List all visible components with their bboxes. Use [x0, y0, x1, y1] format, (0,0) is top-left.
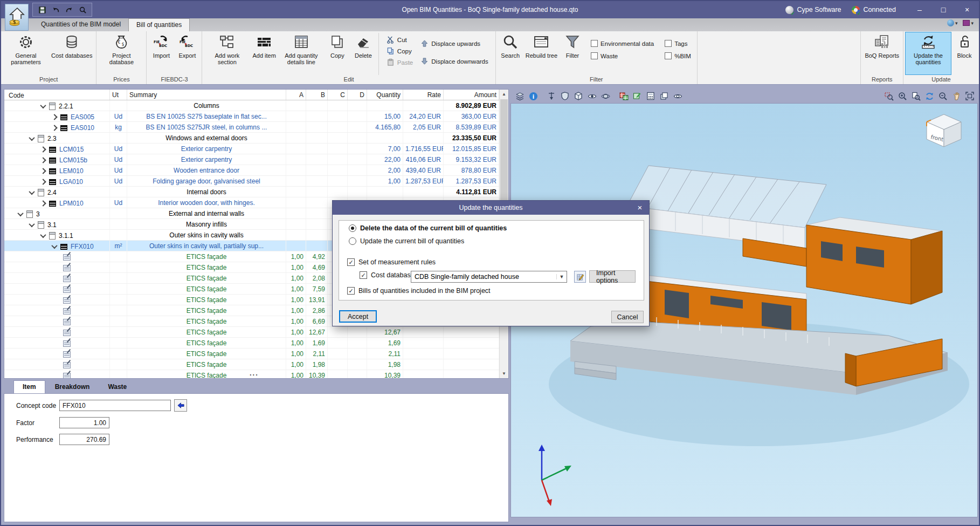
- edit-cost-database-button[interactable]: [574, 271, 586, 283]
- scroll-up-icon[interactable]: ▲: [500, 90, 508, 99]
- expand-icon[interactable]: [51, 125, 57, 131]
- plumb-icon[interactable]: [546, 90, 557, 102]
- displace-upwards-button[interactable]: Displace upwards: [420, 39, 488, 48]
- scroll-down-icon[interactable]: ▼: [500, 369, 508, 378]
- column-header-d[interactable]: D: [348, 90, 367, 100]
- save-icon[interactable]: [36, 4, 48, 16]
- table-row[interactable]: 2.3Windows and external doors23.335,50 E…: [4, 133, 508, 144]
- column-header-a[interactable]: A: [286, 90, 306, 100]
- undo-icon[interactable]: [50, 4, 61, 16]
- table-row[interactable]: ETICS façade1,001,691,69: [4, 338, 508, 349]
- copy-small-button[interactable]: Copy: [387, 46, 413, 56]
- fit-icon[interactable]: [964, 90, 976, 102]
- copy-button[interactable]: Copy: [325, 32, 350, 75]
- table-row[interactable]: 2.4Internal doors4.112,81 EUR: [4, 187, 508, 197]
- chevron-down-icon[interactable]: ▼: [556, 274, 567, 279]
- cost-databases-button[interactable]: Cost databases: [49, 32, 94, 75]
- table-row[interactable]: LEM010UdWooden entrance door2,00439,40 E…: [4, 165, 508, 176]
- table-row[interactable]: LCM015bUdExterior carpentry22,00416,06 E…: [4, 154, 508, 165]
- info-icon[interactable]: i: [527, 90, 539, 102]
- close-button[interactable]: ×: [955, 1, 979, 18]
- edit-green-icon[interactable]: [631, 90, 643, 102]
- column-header-rate[interactable]: Rate: [403, 90, 444, 100]
- layers-icon[interactable]: [514, 90, 526, 102]
- expand-icon[interactable]: [40, 179, 46, 185]
- tab-waste[interactable]: Waste: [99, 381, 135, 393]
- general-parameters-button[interactable]: General parameters: [3, 32, 49, 75]
- set-of-measurement-rules-checkbox[interactable]: ✓ Set of measurement rules: [347, 258, 436, 266]
- expand-icon[interactable]: [51, 114, 57, 120]
- table-row[interactable]: 2.2.1Columns8.902,89 EUR: [4, 100, 508, 111]
- column-header-summary[interactable]: Summary: [127, 90, 286, 100]
- waste-checkbox[interactable]: Waste: [591, 50, 654, 62]
- expand-icon[interactable]: [40, 200, 46, 206]
- cancel-button[interactable]: Cancel: [611, 311, 644, 323]
- concept-code-input[interactable]: FFX010: [59, 400, 171, 411]
- dialog-close-icon[interactable]: ×: [633, 202, 647, 213]
- filter-button[interactable]: Filter: [560, 32, 585, 75]
- column-header-amount[interactable]: Amount: [444, 90, 499, 100]
- search-icon[interactable]: [77, 4, 88, 16]
- redo-icon[interactable]: [63, 4, 75, 16]
- collapse-icon[interactable]: [29, 221, 34, 227]
- zoom-window-icon[interactable]: [883, 90, 895, 102]
- collapse-icon[interactable]: [51, 243, 57, 249]
- app-logo[interactable]: $: [5, 4, 29, 31]
- bills-included-bim-checkbox[interactable]: ✓ Bills of quantities included in the BI…: [347, 287, 491, 295]
- help-book-icon[interactable]: ▾: [963, 20, 974, 26]
- displace-downwards-button[interactable]: Displace downwards: [420, 57, 488, 66]
- collapse-icon[interactable]: [40, 232, 46, 238]
- collapse-icon[interactable]: [29, 189, 34, 195]
- pbim-checkbox[interactable]: %BIM: [665, 50, 691, 62]
- calc-icon[interactable]: [645, 90, 657, 102]
- radio-delete-data[interactable]: Delete the data of the current bill of q…: [349, 224, 507, 232]
- collapse-icon[interactable]: [17, 210, 23, 216]
- table-row[interactable]: EAS010kgBS EN 10025 S275JR steel, in col…: [4, 122, 508, 133]
- tables-icon[interactable]: [618, 90, 630, 102]
- tab-item[interactable]: Item: [13, 380, 45, 393]
- view-cube[interactable]: front: [923, 110, 964, 149]
- visibility-icon[interactable]: [672, 90, 684, 102]
- expand-icon[interactable]: [40, 146, 46, 152]
- zoom-in-icon[interactable]: [896, 90, 908, 102]
- column-header-quantity[interactable]: Quantity: [367, 90, 403, 100]
- radio-update-current[interactable]: Update the current bill of quantities: [349, 237, 464, 245]
- checkbox-checked-icon[interactable]: ✓: [360, 271, 367, 279]
- tab-breakdown[interactable]: Breakdown: [46, 381, 99, 393]
- search-button[interactable]: Search: [498, 32, 523, 75]
- minimize-button[interactable]: –: [908, 1, 931, 18]
- column-header-c[interactable]: C: [328, 90, 348, 100]
- collapse-icon[interactable]: [40, 103, 46, 108]
- tab-quantities-bim-model[interactable]: Quantities of the BIM model: [33, 18, 128, 31]
- add-work-section-button[interactable]: Add work section: [204, 32, 250, 75]
- language-globe-icon[interactable]: ▾: [947, 19, 958, 26]
- performance-input[interactable]: 270.69: [59, 434, 109, 445]
- column-header-ut[interactable]: Ut: [110, 90, 127, 100]
- dialog-title-bar[interactable]: Update the quantities ×: [333, 201, 649, 215]
- tab-bill-of-quantities[interactable]: Bill of quantities: [128, 18, 190, 31]
- add-quantity-details-line-button[interactable]: Add quantity details line: [278, 32, 325, 75]
- maximize-button[interactable]: □: [931, 1, 955, 18]
- project-database-button[interactable]: Project database: [98, 32, 144, 75]
- orbit-icon[interactable]: [599, 90, 611, 102]
- layers2-icon[interactable]: [658, 90, 670, 102]
- rebuild-tree-button[interactable]: Rebuild tree: [523, 32, 560, 75]
- table-row[interactable]: ETICS façade1,002,112,11: [4, 349, 508, 359]
- paste-button[interactable]: Paste: [387, 58, 413, 67]
- column-header-b[interactable]: B: [306, 90, 328, 100]
- add-item-button[interactable]: Add item: [250, 32, 278, 75]
- import-button[interactable]: Import: [148, 32, 174, 75]
- accept-button[interactable]: Accept: [339, 310, 377, 323]
- import-options-button[interactable]: Import options: [589, 270, 636, 283]
- environmental-data-checkbox[interactable]: Environmental data: [591, 37, 654, 50]
- zoom-page-icon[interactable]: [910, 90, 922, 102]
- expand-icon[interactable]: [40, 168, 46, 174]
- back-arrow-button[interactable]: [174, 399, 187, 412]
- eye-icon[interactable]: [586, 90, 598, 102]
- factor-input[interactable]: 1.00: [59, 417, 109, 428]
- table-row[interactable]: EAS005UdBS EN 10025 S275 baseplate in fl…: [4, 111, 508, 122]
- redraw-icon[interactable]: [923, 90, 935, 102]
- table-row[interactable]: ETICS façade1,0012,6712,67: [4, 327, 508, 338]
- update-the-quantities-button[interactable]: Update the quantities: [905, 32, 951, 75]
- shield-icon[interactable]: [559, 90, 571, 102]
